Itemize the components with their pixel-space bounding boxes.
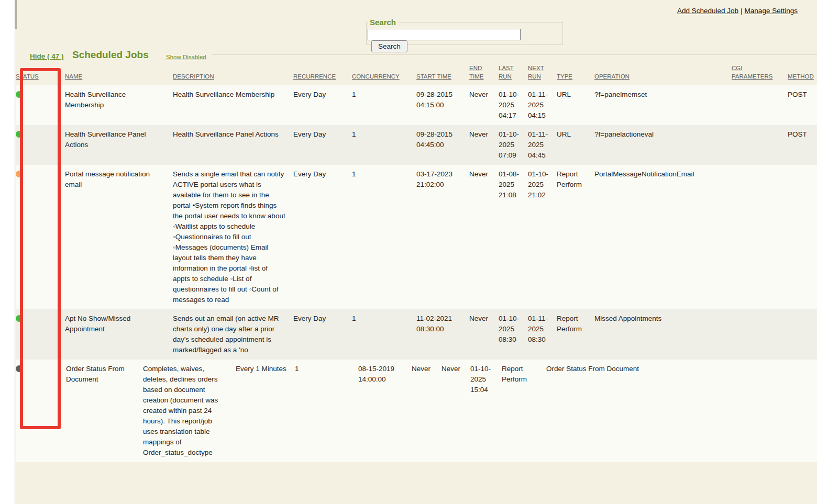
column-header-type[interactable]: TYPE xyxy=(557,73,572,80)
status-dot xyxy=(16,171,23,177)
scheduled-jobs-table: STATUS NAME DESCRIPTION RECURRENCE CONCU… xyxy=(16,64,817,462)
jobs-table-main: STATUS NAME DESCRIPTION RECURRENCE CONCU… xyxy=(16,64,817,360)
job-last-run: Never xyxy=(441,360,470,462)
job-cgi-parameters xyxy=(732,125,788,165)
left-panel-strip xyxy=(0,0,15,504)
job-recurrence: Every 1 Minutes xyxy=(236,360,295,462)
job-recurrence: Every Day xyxy=(293,309,352,360)
column-header-start-time[interactable]: START TIME xyxy=(416,73,451,80)
topbar-links: Add Scheduled Job|Manage Settings xyxy=(677,7,798,15)
page-title: Scheduled Jobs xyxy=(72,49,149,61)
add-scheduled-job-link[interactable]: Add Scheduled Job xyxy=(677,7,738,15)
job-end-time: Never xyxy=(469,125,499,165)
job-end-time: Never xyxy=(412,360,441,462)
job-operation: ?f=panelmemset xyxy=(594,85,732,125)
show-disabled-link[interactable]: Show Disabled xyxy=(166,54,206,60)
column-header-status[interactable]: STATUS xyxy=(16,73,39,80)
job-recurrence: Every Day xyxy=(293,165,352,309)
job-end-time: Never xyxy=(469,85,499,125)
column-header-name[interactable]: NAME xyxy=(65,73,82,80)
job-next-run: 01-11-2025 08:30 xyxy=(528,309,557,360)
job-last-run: 01-08-2025 21:08 xyxy=(499,165,528,309)
job-recurrence: Every Day xyxy=(293,85,352,125)
job-type: URL xyxy=(557,85,594,125)
job-concurrency: 1 xyxy=(352,125,416,165)
job-start-time: 03-17-2023 21:02:00 xyxy=(416,165,469,309)
column-header-last-run[interactable]: LAST RUN xyxy=(499,65,514,80)
table-row[interactable]: Apt No Show/Missed Appointment Sends out… xyxy=(16,309,817,360)
status-dot xyxy=(16,131,23,138)
job-method: POST xyxy=(788,85,817,125)
job-last-run: 01-10-2025 07:09 xyxy=(499,125,528,165)
table-row[interactable]: Portal message notification email Sends … xyxy=(16,165,817,309)
job-method xyxy=(788,309,817,360)
job-operation: Order Status From Document xyxy=(546,360,703,462)
status-dot xyxy=(16,315,23,322)
job-description: Health Surveillance Membership xyxy=(173,85,293,125)
search-fieldset: Search Search xyxy=(366,18,563,45)
scheduled-jobs-page: Add Scheduled Job|Manage Settings Search… xyxy=(0,0,817,504)
search-legend: Search xyxy=(368,18,398,27)
table-row[interactable]: Order Status From Document Completes, wa… xyxy=(16,360,817,462)
job-method: POST xyxy=(788,125,817,165)
link-separator: | xyxy=(738,7,745,15)
job-operation: Missed Appointments xyxy=(594,309,732,360)
job-cgi-parameters xyxy=(732,85,788,125)
job-type: Report Perform xyxy=(557,309,594,360)
job-name: Apt No Show/Missed Appointment xyxy=(65,309,173,360)
job-description: Health Surveillance Panel Actions xyxy=(173,125,293,165)
job-name: Health Surveillance Membership xyxy=(65,85,173,125)
job-cgi-parameters xyxy=(703,360,787,462)
job-concurrency: 1 xyxy=(352,85,416,125)
column-header-end-time[interactable]: END TIME xyxy=(469,65,483,80)
job-last-run: 01-10-2025 04:17 xyxy=(499,85,528,125)
job-method xyxy=(787,360,817,462)
job-description: Sends a single email that can notify ACT… xyxy=(173,165,293,309)
column-header-cgi-parameters[interactable]: CGI PARAMETERS xyxy=(732,65,772,80)
table-header-row: STATUS NAME DESCRIPTION RECURRENCE CONCU… xyxy=(16,64,817,85)
job-operation: PortalMessageNotificationEmail xyxy=(594,165,732,309)
job-start-time: 11-02-2021 08:30:00 xyxy=(416,309,469,360)
column-header-description[interactable]: DESCRIPTION xyxy=(173,73,214,80)
job-type: URL xyxy=(557,125,594,165)
job-end-time: Never xyxy=(469,309,499,360)
table-row[interactable]: Health Surveillance Membership Health Su… xyxy=(16,85,817,125)
search-input[interactable] xyxy=(368,29,521,40)
job-operation: ?f=panelactioneval xyxy=(594,125,732,165)
job-next-run: 01-11-2025 04:15 xyxy=(528,85,557,125)
job-last-run: 01-10-2025 08:30 xyxy=(499,309,528,360)
job-start-time: 09-28-2015 04:45:00 xyxy=(416,125,469,165)
job-name: Portal message notification email xyxy=(65,165,173,309)
job-next-run: 01-10-2025 15:04 xyxy=(470,360,502,462)
hide-count-link[interactable]: Hide ( 47 ) xyxy=(30,52,64,60)
job-recurrence: Every Day xyxy=(293,125,352,165)
job-end-time: Never xyxy=(469,165,499,309)
status-dot xyxy=(16,365,23,372)
panel-resize-handle[interactable] xyxy=(15,0,17,29)
column-header-concurrency[interactable]: CONCURRENCY xyxy=(352,73,400,80)
job-type: Report Perform xyxy=(557,165,594,309)
job-concurrency: 1 xyxy=(295,360,358,462)
jobs-table-last-row: Order Status From Document Completes, wa… xyxy=(16,360,817,462)
column-header-recurrence[interactable]: RECURRENCE xyxy=(293,73,336,80)
job-name: Health Surveillance Panel Actions xyxy=(65,125,173,165)
job-description: Sends out an email (on active MR charts … xyxy=(173,309,293,360)
job-next-run: 01-11-2025 04:45 xyxy=(528,125,557,165)
table-row[interactable]: Health Surveillance Panel Actions Health… xyxy=(16,125,817,165)
job-cgi-parameters xyxy=(732,309,788,360)
manage-settings-link[interactable]: Manage Settings xyxy=(745,7,798,15)
column-header-method[interactable]: METHOD xyxy=(788,73,814,80)
search-button[interactable]: Search xyxy=(371,40,407,52)
column-header-next-run[interactable]: NEXT RUN xyxy=(528,65,544,80)
job-cgi-parameters xyxy=(732,165,788,309)
job-start-time: 09-28-2015 04:15:00 xyxy=(416,85,469,125)
status-dot xyxy=(16,91,23,98)
section-divider xyxy=(212,54,817,55)
job-description: Completes, waives, deletes, declines ord… xyxy=(143,360,236,462)
column-header-operation[interactable]: OPERATION xyxy=(594,73,630,80)
job-concurrency: 1 xyxy=(352,309,416,360)
job-type: Report Perform xyxy=(502,360,546,462)
job-method xyxy=(788,165,817,309)
job-name: Order Status From Document xyxy=(66,360,143,462)
job-start-time: 08-15-2019 14:00:00 xyxy=(358,360,412,462)
